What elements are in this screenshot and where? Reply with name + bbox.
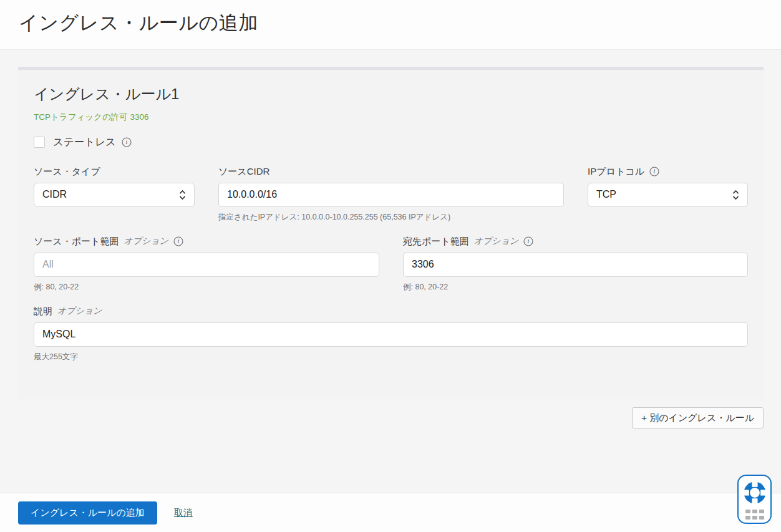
source-type-value: CIDR [42, 189, 67, 200]
info-icon[interactable]: i [173, 236, 183, 246]
help-widget[interactable] [737, 475, 772, 524]
source-type-select[interactable]: CIDR [34, 183, 195, 207]
chevron-up-down-icon [732, 190, 739, 200]
life-ring-help-icon[interactable] [742, 480, 767, 505]
svg-text:i: i [528, 238, 530, 245]
info-icon[interactable]: i [122, 137, 132, 147]
form-row-2: ソース・ポート範囲 オプション i 例: 80, 20-22 宛先ポート範囲 オ… [34, 236, 748, 293]
stateless-row: ステートレス i [34, 135, 748, 149]
stateless-label: ステートレス [53, 135, 116, 149]
ip-protocol-label: IPプロトコル i [588, 166, 748, 178]
stateless-checkbox[interactable] [34, 137, 45, 148]
add-another-rule-button[interactable]: + 別のイングレス・ルール [632, 407, 764, 428]
dest-port-label: 宛先ポート範囲 オプション i [403, 236, 748, 248]
svg-text:i: i [654, 168, 656, 175]
info-icon[interactable]: i [523, 236, 533, 246]
add-ingress-rules-button[interactable]: イングレス・ルールの追加 [18, 501, 157, 525]
dest-port-input[interactable] [403, 253, 748, 277]
page-title: イングレス・ルールの追加 [0, 0, 781, 36]
source-port-input[interactable] [34, 253, 379, 277]
ip-protocol-value: TCP [596, 189, 616, 200]
svg-text:i: i [126, 138, 128, 145]
dest-port-field: 宛先ポート範囲 オプション i 例: 80, 20-22 [403, 236, 748, 293]
source-cidr-hint: 指定されたIPアドレス: 10.0.0.0-10.0.255.255 (65,5… [218, 212, 564, 223]
form-row-1: ソース・タイプ CIDR ソースCIDR 指定されたIPアドレス: 10.0.0… [34, 166, 748, 223]
optional-label: オプション [57, 306, 102, 317]
description-hint: 最大255文字 [34, 352, 748, 362]
optional-label: オプション [124, 236, 168, 247]
source-cidr-input[interactable] [218, 183, 564, 207]
dialog-footer: イングレス・ルールの追加 取消 [0, 493, 781, 532]
source-cidr-field: ソースCIDR 指定されたIPアドレス: 10.0.0.0-10.0.255.2… [218, 166, 564, 223]
chevron-up-down-icon [179, 190, 186, 200]
source-cidr-label: ソースCIDR [218, 166, 564, 178]
info-icon[interactable]: i [649, 167, 659, 177]
source-type-label: ソース・タイプ [34, 166, 195, 178]
description-field: 説明 オプション 最大255文字 [34, 306, 748, 362]
source-type-field: ソース・タイプ CIDR [34, 166, 195, 223]
source-port-hint: 例: 80, 20-22 [34, 282, 379, 293]
ingress-rule-panel: イングレス・ルール1 TCPトラフィックの許可 3306 ステートレス i ソー… [18, 67, 764, 399]
dialog-header: イングレス・ルールの追加 [0, 0, 781, 50]
cancel-link[interactable]: 取消 [174, 507, 193, 519]
ip-protocol-select[interactable]: TCP [588, 183, 748, 207]
description-input[interactable] [34, 322, 748, 347]
optional-label: オプション [474, 236, 519, 247]
source-port-label: ソース・ポート範囲 オプション i [34, 236, 379, 248]
ip-protocol-field: IPプロトコル i TCP [588, 166, 748, 223]
drag-handle-icon[interactable] [745, 510, 764, 520]
source-port-field: ソース・ポート範囲 オプション i 例: 80, 20-22 [34, 236, 379, 293]
description-label: 説明 オプション [34, 306, 748, 317]
rule-heading: イングレス・ルール1 [34, 85, 748, 104]
rule-summary: TCPトラフィックの許可 3306 [34, 112, 748, 123]
svg-text:i: i [178, 238, 180, 245]
dest-port-hint: 例: 80, 20-22 [403, 282, 748, 293]
